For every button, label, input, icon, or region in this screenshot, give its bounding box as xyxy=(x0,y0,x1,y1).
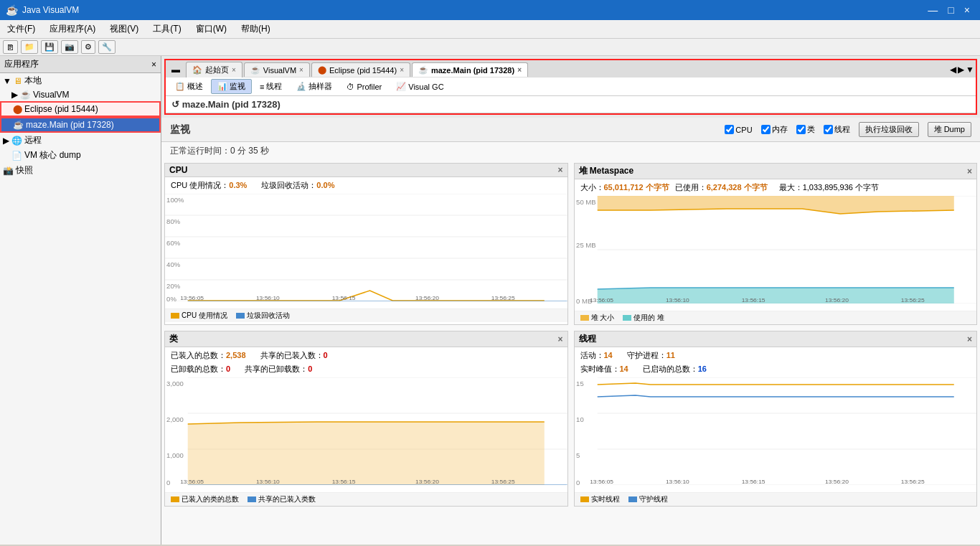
classes-chart-close[interactable]: × xyxy=(557,334,562,344)
legend-gc: 垃圾回收活动 xyxy=(236,311,290,321)
toolbar-btn-3[interactable]: 💾 xyxy=(41,40,58,54)
threads-started-label: 已启动的总数：16 xyxy=(643,364,707,375)
heap-chart-close[interactable]: × xyxy=(967,166,972,176)
svg-text:13:56:25: 13:56:25 xyxy=(900,297,924,303)
tab-area: ▬ 🏠 起始页 × ☕ VisualVM × ⬤ Eclipse (pid 15… xyxy=(164,59,977,115)
tab-maze[interactable]: ☕ maze.Main (pid 17328) × xyxy=(412,62,528,77)
threads-chart-legend: 实时线程 守护线程 xyxy=(575,492,977,506)
tab-eclipse[interactable]: ⬤ Eclipse (pid 15444) × xyxy=(311,62,410,77)
sub-tab-bar: 📋 概述 📊 监视 ≡ 线程 🔬 抽样器 ⏱ Profiler xyxy=(166,77,976,96)
toolbar-btn-6[interactable]: 🔧 xyxy=(98,40,116,54)
tree-vmcore[interactable]: 📄 VM 核心 dump xyxy=(0,148,161,163)
gc-button[interactable]: 执行垃圾回收 xyxy=(859,122,919,137)
tab-start-close[interactable]: × xyxy=(232,66,236,74)
threads-chart-header: 线程 × xyxy=(575,331,977,347)
threads-chart-close[interactable]: × xyxy=(967,334,972,344)
sub-tab-threads[interactable]: ≡ 线程 xyxy=(253,79,288,94)
menu-app[interactable]: 应用程序(A) xyxy=(45,22,100,37)
toolbar-btn-2[interactable]: 📁 xyxy=(21,40,38,54)
menu-window[interactable]: 窗口(W) xyxy=(192,22,231,37)
svg-text:13:56:20: 13:56:20 xyxy=(415,479,439,485)
tree-eclipse[interactable]: ⬤ Eclipse (pid 15444) xyxy=(0,101,161,117)
legend-classes-loaded-color xyxy=(171,496,179,502)
legend-gc-color xyxy=(236,313,245,319)
vmcore-label: VM 核心 dump xyxy=(24,149,81,161)
classes-shared-unloaded-label: 共享的已卸载数：0 xyxy=(245,364,312,375)
menu-help[interactable]: 帮助(H) xyxy=(237,22,275,37)
tab-scroll-left[interactable]: ◀ xyxy=(950,65,956,75)
close-button[interactable]: × xyxy=(960,4,974,16)
legend-cpu-color xyxy=(171,313,179,319)
sub-tab-visualgc[interactable]: 📈 Visual GC xyxy=(390,79,450,94)
snapshot-icon: 📸 xyxy=(3,166,14,176)
snapshot-label: 快照 xyxy=(16,164,33,176)
tree-visualvm[interactable]: ▶ ☕ VisualVM xyxy=(0,88,161,101)
threads-chart-panel: 线程 × 活动：14 守护进程：11 xyxy=(574,331,978,507)
classes-checkbox-label[interactable]: 类 xyxy=(796,122,815,137)
heap-chart-svg: 50 MB 25 MB 0 MB xyxy=(575,196,977,303)
maximize-button[interactable]: □ xyxy=(943,4,958,16)
threads-checkbox[interactable] xyxy=(824,125,833,134)
heap-max-label: 最大：1,033,895,936 个字节 xyxy=(779,182,879,193)
sub-tab-overview[interactable]: 📋 概述 xyxy=(169,79,209,94)
legend-daemon-threads: 守护线程 xyxy=(628,494,668,504)
menu-view[interactable]: 视图(V) xyxy=(105,22,143,37)
toolbar-btn-5[interactable]: ⚙ xyxy=(81,40,95,54)
tab-scroll-right[interactable]: ▶ xyxy=(958,65,964,75)
eclipse-label: Eclipse (pid 15444) xyxy=(24,104,98,114)
app-instance-title: ↺ maze.Main (pid 17328) xyxy=(166,96,976,113)
left-panel: 应用程序 × ▼ 🖥 本地 ▶ ☕ VisualVM ⬤ Eclipse (pi… xyxy=(0,56,161,545)
tree-snapshot[interactable]: 📸 快照 xyxy=(0,163,161,178)
memory-checkbox-label[interactable]: 内存 xyxy=(761,122,788,137)
svg-text:5: 5 xyxy=(576,452,580,459)
panel-close[interactable]: × xyxy=(151,60,156,70)
legend-daemon-threads-color xyxy=(628,496,637,502)
tab-bar: ▬ 🏠 起始页 × ☕ VisualVM × ⬤ Eclipse (pid 15… xyxy=(166,60,976,77)
threads-checkbox-label[interactable]: 线程 xyxy=(824,122,850,137)
cpu-checkbox-label[interactable]: CPU xyxy=(725,122,752,137)
minimize-button[interactable]: — xyxy=(923,4,942,16)
tab-dropdown[interactable]: ▼ xyxy=(966,65,974,75)
sub-tab-monitor[interactable]: 📊 监视 xyxy=(211,79,252,94)
tab-start[interactable]: 🏠 起始页 × xyxy=(186,62,242,77)
toolbar-btn-4[interactable]: 📷 xyxy=(61,40,78,54)
tab-eclipse-label: Eclipse (pid 15444) xyxy=(329,66,397,75)
tree-remote[interactable]: ▶ 🌐 远程 xyxy=(0,133,161,148)
expand-icon: ▼ xyxy=(3,76,11,86)
svg-text:13:56:15: 13:56:15 xyxy=(741,297,765,303)
svg-text:13:56:15: 13:56:15 xyxy=(332,479,356,485)
menu-file[interactable]: 文件(F) xyxy=(3,22,39,37)
svg-text:1,000: 1,000 xyxy=(166,452,184,459)
overview-icon: 📋 xyxy=(175,82,185,91)
legend-heap-used: 使用的 堆 xyxy=(623,313,664,323)
svg-text:20%: 20% xyxy=(166,283,180,290)
toolbar-btn-1[interactable]: 🖹 xyxy=(3,40,18,54)
sub-tab-sampler[interactable]: 🔬 抽样器 xyxy=(290,79,339,94)
cpu-chart-close[interactable]: × xyxy=(557,165,562,175)
classes-checkbox[interactable] xyxy=(796,125,806,134)
heap-dump-button[interactable]: 堆 Dump xyxy=(928,122,971,137)
legend-classes-shared-color xyxy=(248,496,256,502)
svg-text:13:56:10: 13:56:10 xyxy=(256,295,280,301)
heap-size-label: 大小：65,011,712 个字节 xyxy=(580,182,669,193)
tab-eclipse-close[interactable]: × xyxy=(400,66,404,74)
legend-heap-size: 堆 大小 xyxy=(580,313,615,323)
legend-classes-loaded: 已装入的类的总数 xyxy=(171,494,239,504)
menu-tools[interactable]: 工具(T) xyxy=(149,22,185,37)
tab-vm-close[interactable]: × xyxy=(299,66,303,74)
tree-maze[interactable]: ☕ maze.Main (pid 17328) xyxy=(0,117,161,133)
memory-checkbox[interactable] xyxy=(761,125,771,134)
tree-local[interactable]: ▼ 🖥 本地 xyxy=(0,73,161,88)
legend-live-threads-color xyxy=(580,496,589,502)
legend-live-threads-label: 实时线程 xyxy=(591,494,620,504)
remote-icon: 🌐 xyxy=(11,136,22,146)
tab-maze-close[interactable]: × xyxy=(517,66,522,74)
classes-chart-title: 类 xyxy=(169,333,178,345)
tab-collapse-btn[interactable]: ▬ xyxy=(167,63,184,76)
svg-text:40%: 40% xyxy=(166,261,180,268)
vmcore-icon: 📄 xyxy=(11,151,22,161)
content-area: 监视 CPU 内存 类 线程 执行垃圾回收 堆 Dump xyxy=(161,118,980,545)
cpu-checkbox[interactable] xyxy=(725,125,734,134)
sub-tab-profiler[interactable]: ⏱ Profiler xyxy=(340,79,388,94)
tab-visualvm[interactable]: ☕ VisualVM × xyxy=(244,62,310,77)
